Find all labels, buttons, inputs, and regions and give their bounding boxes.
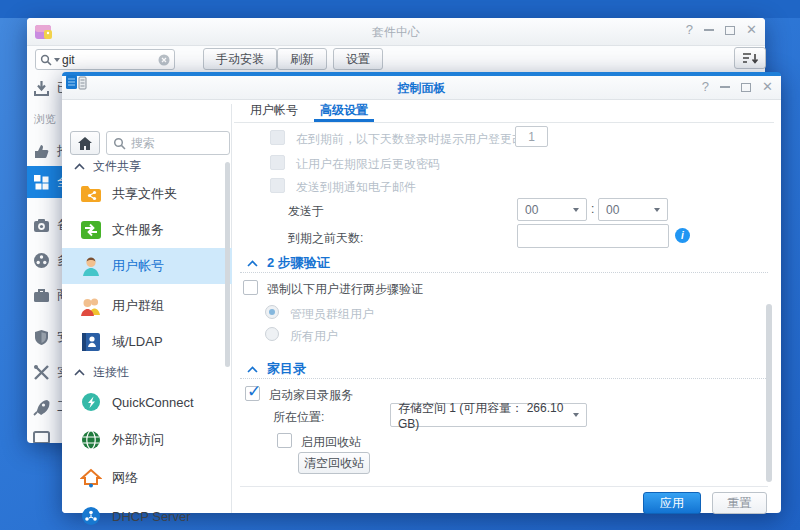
tab-user-account[interactable]: 用户帐号 (244, 102, 304, 122)
domain-ldap-icon (80, 332, 102, 352)
expire-days-input[interactable] (515, 126, 548, 147)
minimize-icon[interactable] (720, 86, 730, 88)
sidebar-scrollbar[interactable] (225, 162, 230, 367)
days-before-input[interactable] (517, 224, 669, 248)
dhcp-server-icon (80, 506, 102, 526)
location-label: 所在位置: (273, 409, 324, 426)
camera-icon (33, 217, 50, 234)
radio-admin-group-label: 管理员群组用户 (290, 306, 374, 323)
sidebar-item-quickconnect[interactable]: QuickConnect (62, 384, 232, 420)
sidebar-item-file-services[interactable]: 文件服务 (62, 212, 232, 248)
reset-button[interactable]: 重置 (712, 492, 767, 514)
tab-divider (234, 122, 774, 123)
change-after-expire-checkbox[interactable] (270, 155, 285, 170)
globe-icon (80, 430, 102, 450)
maximize-icon[interactable] (741, 83, 751, 92)
control-panel-window[interactable]: 控制面板 ? ✕ 文件共享 (62, 72, 781, 513)
sidebar-section-file-sharing[interactable]: 文件共享 (74, 158, 141, 175)
settings-button[interactable]: 设置 (333, 48, 383, 70)
send-notify-checkbox[interactable] (270, 178, 285, 193)
download-icon (33, 80, 50, 97)
enable-recycle-label: 启用回收站 (301, 434, 361, 451)
sidebar-item-user-group[interactable]: 用户群组 (62, 288, 232, 324)
location-select[interactable]: 存储空间 1 (可用容量： 266.10 GB) (390, 403, 587, 427)
sidebar-item-shared-folder[interactable]: 共享文件夹 (62, 176, 232, 212)
expire-prompt-checkbox[interactable] (270, 130, 285, 145)
maximize-icon[interactable] (725, 26, 735, 35)
section-divider (240, 378, 768, 379)
chevron-up-icon (247, 260, 258, 267)
sidebar-search-input[interactable] (131, 136, 211, 150)
control-panel-titlebar[interactable]: 控制面板 ? ✕ (62, 76, 781, 100)
time-colon: : (591, 202, 594, 216)
sidebar-item-network[interactable]: 网络 (62, 460, 232, 496)
sidebar-item-external-access[interactable]: 外部访问 (62, 422, 232, 458)
chevron-up-icon (247, 366, 258, 373)
sidebar-section-browse: 浏览 (34, 112, 56, 127)
network-icon (80, 468, 102, 488)
briefcase-icon (33, 287, 50, 304)
radio-all-users-label: 所有用户 (290, 328, 338, 345)
sidebar-search-box[interactable] (106, 131, 230, 155)
sort-button[interactable] (734, 47, 766, 69)
days-before-label: 到期之前天数: (288, 230, 363, 247)
empty-recycle-button[interactable]: 清空回收站 (298, 452, 370, 474)
enable-recycle-checkbox[interactable] (277, 433, 292, 448)
package-center-title: 套件中心 (27, 24, 765, 41)
taskbar[interactable] (0, 0, 800, 18)
file-services-icon (80, 220, 102, 240)
sidebar-item-dhcp-server[interactable]: DHCP Server (62, 498, 232, 530)
search-icon (113, 137, 126, 150)
send-at-label: 发送于 (288, 203, 324, 220)
send-minute-select[interactable]: 00 (598, 198, 668, 221)
quickconnect-icon (80, 392, 102, 412)
home-button[interactable] (70, 131, 100, 155)
sidebar-item-domain-ldap[interactable]: 域/LDAP (62, 324, 232, 360)
rocket-icon (33, 399, 50, 416)
section-home-directory[interactable]: 家目录 (247, 360, 306, 378)
package-search-input[interactable] (62, 53, 156, 67)
sidebar-item-partial[interactable] (33, 426, 50, 448)
film-reel-icon (33, 252, 50, 269)
monitor-icon (33, 431, 50, 443)
content-scrollbar[interactable] (766, 304, 772, 482)
radio-all-users[interactable] (265, 327, 279, 341)
user-icon (80, 256, 102, 276)
desktop: 套件中心 ? ✕ 手动安装 刷新 设置 (0, 0, 800, 530)
send-hour-select[interactable]: 00 (517, 198, 587, 221)
chevron-up-icon (74, 163, 85, 170)
manual-install-button[interactable]: 手动安装 (203, 48, 277, 70)
clear-search-icon[interactable] (158, 54, 170, 66)
help-icon[interactable]: ? (686, 23, 693, 37)
chevron-down-icon (654, 208, 660, 212)
chevron-down-icon (573, 413, 579, 417)
search-icon (40, 54, 52, 66)
enforce-two-step-checkbox[interactable] (243, 280, 258, 295)
info-icon[interactable]: i (675, 228, 690, 243)
change-after-expire-label: 让用户在期限过后更改密码 (296, 156, 440, 173)
radio-admin-group[interactable] (265, 305, 279, 319)
sidebar-section-connectivity[interactable]: 连接性 (74, 364, 129, 381)
enable-home-label: 启动家目录服务 (269, 387, 353, 404)
search-scope-caret-icon[interactable] (54, 58, 60, 62)
minimize-icon[interactable] (704, 29, 714, 31)
section-two-step[interactable]: 2 步骤验证 (247, 254, 330, 272)
apply-button[interactable]: 应用 (643, 492, 701, 514)
sidebar-item-user-account[interactable]: 用户帐号 (62, 248, 232, 284)
help-icon[interactable]: ? (702, 80, 709, 94)
enable-home-checkbox[interactable]: ✓ (245, 386, 260, 401)
expire-prompt-label: 在到期前，以下天数登录时提示用户登更改密码 (296, 131, 548, 148)
package-search-box[interactable] (35, 49, 175, 70)
chevron-down-icon (573, 208, 579, 212)
enforce-two-step-label: 强制以下用户进行两步骤验证 (267, 281, 423, 298)
close-icon[interactable]: ✕ (762, 80, 773, 94)
close-icon[interactable]: ✕ (746, 23, 757, 37)
footer-divider (240, 486, 768, 487)
thumbs-up-icon (33, 143, 50, 160)
grid-icon (33, 174, 50, 191)
refresh-button[interactable]: 刷新 (277, 48, 327, 70)
package-center-titlebar[interactable]: 套件中心 ? ✕ (27, 18, 765, 46)
home-icon (77, 136, 93, 151)
tab-advanced-settings[interactable]: 高级设置 (314, 102, 374, 122)
control-panel-title: 控制面板 (62, 80, 781, 97)
